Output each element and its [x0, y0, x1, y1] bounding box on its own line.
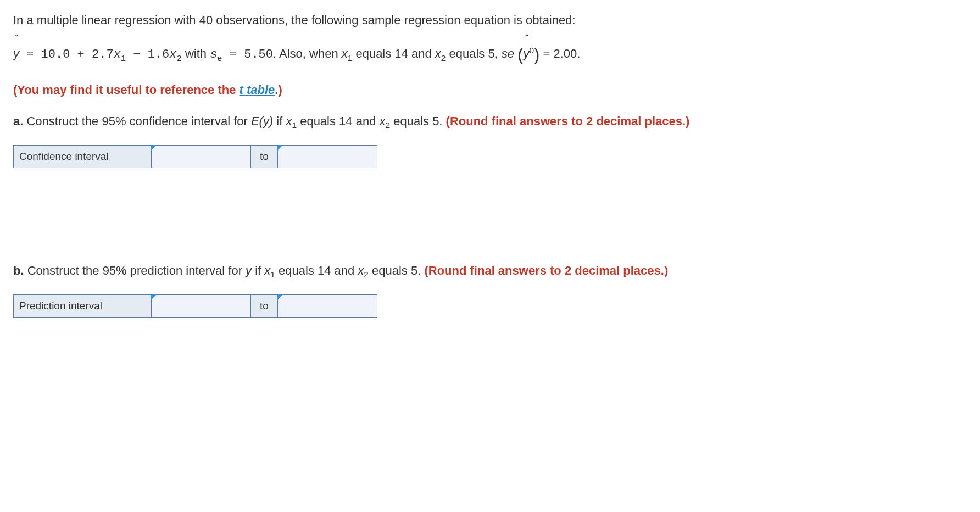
se-var: s — [210, 48, 217, 62]
pi-upper-input[interactable] — [278, 294, 377, 318]
part-a-mid: if — [273, 114, 286, 128]
with-text: with — [182, 47, 210, 60]
pa-x1: x — [286, 114, 292, 128]
part-b-pre: Construct the 95% prediction interval fo… — [24, 264, 246, 277]
pb-x2-sub: 2 — [364, 270, 369, 280]
eq200-text: = 2.00. — [539, 47, 580, 60]
t-table-link[interactable]: t table — [240, 83, 275, 97]
ci-label-cell: Confidence interval — [14, 145, 152, 168]
yhat-symbol: ˆy — [13, 44, 19, 63]
pa-x2-sub: 2 — [386, 121, 391, 130]
part-a-pre: Construct the 95% confidence interval fo… — [23, 114, 251, 128]
spacer — [13, 196, 967, 261]
eq5-text: equals 5, — [446, 47, 502, 60]
se-val: = 5.50 — [222, 48, 273, 62]
input-marker-icon — [151, 145, 157, 151]
close-paren: ) — [534, 45, 539, 64]
pb-eq5: equals 5. — [369, 264, 425, 277]
x2-var: x — [169, 48, 176, 62]
input-marker-icon — [277, 294, 283, 300]
pa-eq14: equals 14 and — [297, 114, 379, 128]
eq-minus: − 1.6 — [126, 48, 169, 62]
x1-sub: 1 — [121, 54, 126, 64]
pa-round: (Round final answers to 2 decimal places… — [446, 114, 690, 128]
table-row: Prediction interval to — [14, 294, 377, 318]
ey-symbol: E(y) — [251, 114, 273, 128]
se-word: se — [502, 47, 517, 60]
pb-round: (Round final answers to 2 decimal places… — [424, 264, 668, 277]
equation-line: ˆy = 10.0 + 2.7x1 − 1.6x2 with se = 5.50… — [13, 42, 967, 68]
reference-post: .) — [275, 83, 282, 97]
prediction-interval-table: Prediction interval to — [13, 294, 377, 318]
eq-part1: = 10.0 + 2.7 — [19, 48, 114, 62]
part-b-question: b. Construct the 95% prediction interval… — [13, 261, 967, 281]
ci-to-cell: to — [251, 145, 278, 168]
pa-eq5: equals 5. — [390, 114, 446, 128]
reference-pre: (You may find it useful to reference the — [13, 83, 240, 97]
input-marker-icon — [151, 294, 157, 300]
se-sub: e — [217, 54, 222, 64]
intro-text: In a multiple linear regression with 40 … — [13, 11, 967, 29]
pi-to-cell: to — [251, 294, 278, 318]
part-b-mid: if — [252, 264, 264, 277]
y-symbol: y — [246, 264, 252, 277]
confidence-interval-table: Confidence interval to — [13, 145, 377, 169]
pa-x1-sub: 1 — [292, 121, 297, 130]
yhat0-sup: 0 — [529, 46, 534, 55]
pa-x2: x — [380, 114, 386, 128]
x2-again: x — [435, 47, 441, 60]
pi-label-cell: Prediction interval — [14, 294, 152, 318]
x1-again: x — [342, 47, 348, 60]
pb-x2: x — [358, 264, 364, 277]
pb-eq14: equals 14 and — [275, 264, 358, 277]
part-a-question: a. Construct the 95% confidence interval… — [13, 112, 967, 132]
yhat0-symbol: ˆy — [523, 44, 529, 63]
x2-sub: 2 — [177, 54, 182, 64]
reference-line: (You may find it useful to reference the… — [13, 81, 967, 99]
x1-var: x — [114, 48, 121, 62]
open-paren: ( — [517, 45, 523, 64]
ci-lower-input[interactable] — [152, 145, 251, 168]
table-row: Confidence interval to — [14, 145, 377, 168]
pb-x1-sub: 1 — [270, 270, 275, 280]
part-a-label: a. — [13, 114, 23, 128]
input-marker-icon — [277, 145, 283, 151]
part-b-label: b. — [13, 264, 24, 277]
also-text: . Also, when — [273, 47, 342, 60]
eq14-text: equals 14 and — [352, 47, 435, 60]
ci-upper-input[interactable] — [278, 145, 377, 168]
pi-lower-input[interactable] — [152, 294, 251, 318]
pb-x1: x — [264, 264, 270, 277]
